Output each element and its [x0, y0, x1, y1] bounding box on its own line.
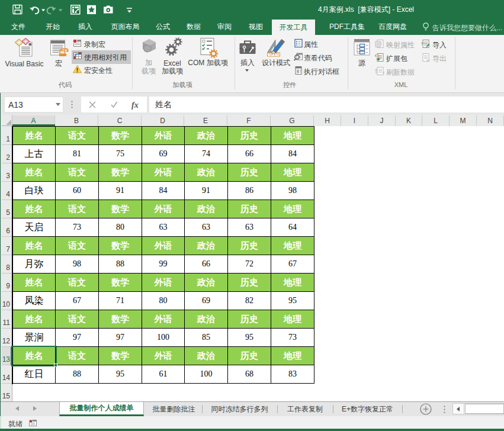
- svg-text:fx: fx: [131, 101, 139, 110]
